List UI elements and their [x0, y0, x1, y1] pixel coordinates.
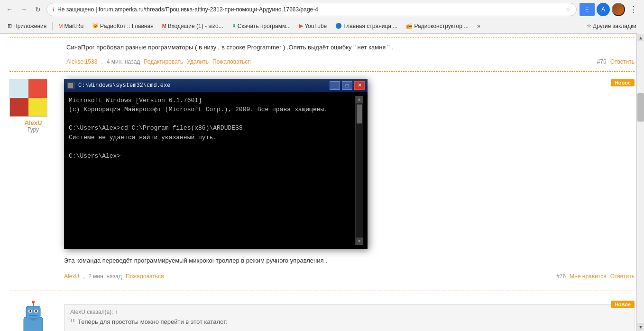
address-bar[interactable]: ℹ Не защищено | forum.amperka.ru/threads…	[46, 3, 577, 16]
download-icon: ⬇	[232, 23, 236, 29]
svg-point-6	[29, 310, 31, 312]
page-scrollbar[interactable]: ▲ ▼	[636, 34, 644, 331]
download-label: Скачать программ...	[238, 23, 291, 29]
cmd-title-bar: C:\Windows\system32\cmd.exe _ □ ✕	[64, 79, 368, 92]
post75-author[interactable]: Aleksei1533	[66, 58, 97, 65]
bookmark-radiokot[interactable]: 🐱 РадиоКот :: Главная	[88, 22, 157, 30]
cmd-scrollbar[interactable]: ▲ ▼	[355, 96, 363, 245]
post76-reply[interactable]: Ответить	[610, 273, 635, 280]
post75-delete[interactable]: Удалить	[187, 58, 209, 65]
cmd-icon-inner	[68, 83, 73, 88]
mail-icon: M	[58, 23, 63, 29]
page-content: СинаПрог пробовал разные программаторы (…	[0, 34, 644, 331]
mail-label: Mail.Ru	[64, 23, 83, 29]
avatar-name-76[interactable]: AlexU	[9, 119, 57, 126]
cmd-scroll-down-btn[interactable]: ▼	[356, 237, 363, 245]
cmd-controls: _ □ ✕	[330, 81, 365, 90]
color-block-4	[28, 98, 47, 116]
bookmarks-bar: ⊞ Приложения M Mail.Ru 🐱 РадиоКот :: Гла…	[0, 19, 644, 33]
svg-rect-1	[26, 306, 40, 318]
post-divider-76	[9, 291, 635, 291]
main-icon: 🔵	[335, 23, 342, 29]
post-divider-75	[9, 71, 635, 72]
profile-photo-button[interactable]	[612, 3, 625, 16]
others-label: Другие закладки	[593, 23, 636, 29]
bookmark-mail[interactable]: M Mail.Ru	[55, 22, 87, 30]
reload-button[interactable]: ↻	[32, 4, 44, 15]
radio-icon: 📻	[406, 23, 413, 29]
radiokot-label: РадиоКот :: Главная	[100, 23, 154, 29]
cmd-title-text: C:\Windows\system32\cmd.exe	[78, 82, 326, 89]
bookmark-youtube[interactable]: ▶ YouTube	[295, 22, 331, 30]
lock-icon: ℹ	[53, 7, 55, 13]
forum-page: СинаПрог пробовал разные программаторы (…	[0, 34, 644, 331]
post76-author-link[interactable]: AlexU	[64, 273, 79, 280]
radiokot-icon: 🐱	[92, 23, 99, 29]
scroll-up-btn[interactable]: ▲	[637, 34, 644, 41]
browser-nav-bar: ← → ↻ ℹ Не защищено | forum.amperka.ru/t…	[0, 0, 644, 19]
post75-number: #75	[597, 58, 607, 65]
bookmark-main[interactable]: 🔵 Главная страница ...	[331, 22, 401, 30]
post76-report[interactable]: Пожаловаться	[126, 273, 164, 280]
bookmark-others[interactable]: ☆ Другие закладки	[583, 22, 640, 30]
color-block-1	[10, 79, 28, 98]
post75-edit[interactable]: Редактировать	[144, 58, 183, 65]
bookmark-apps[interactable]: ⊞ Приложения	[4, 22, 50, 30]
cmd-line-2: (с) Корпорация Майкрософт (Microsoft Cor…	[69, 105, 355, 114]
post75-container: СинаПрог пробовал разные программаторы (…	[9, 38, 635, 69]
cmd-title-icon	[67, 82, 74, 89]
svg-point-7	[35, 310, 37, 312]
cmd-close-button[interactable]: ✕	[354, 81, 365, 90]
post75-reply[interactable]: Ответить	[610, 58, 635, 65]
cmd-line-5: C:\Users\Alex>	[69, 151, 355, 161]
svg-point-3	[32, 301, 35, 303]
post76-bottom-text: Эта команда переведёт программируемый ми…	[64, 254, 635, 268]
post76-meta: AlexU, 2 мин. назад Пожаловаться #76 Мне…	[64, 271, 635, 284]
profile-image	[613, 4, 624, 15]
bookmark-download[interactable]: ⬇ Скачать программ...	[228, 22, 294, 30]
bookmark-inbox[interactable]: M Входящие (1) - sizo...	[158, 22, 227, 30]
avatar-column-76: AlexU Гуру	[9, 79, 57, 284]
forward-button[interactable]: →	[18, 4, 29, 15]
avatar-77	[14, 301, 52, 331]
cmd-body: Microsoft Windows [Version 6.1.7601] (с)…	[64, 92, 368, 249]
browser-chrome: ← → ↻ ℹ Не защищено | forum.amperka.ru/t…	[0, 0, 644, 34]
post76-container: AlexU Гуру Новое C:\Windows\system32\cmd…	[9, 74, 635, 288]
extensions-button[interactable]: E	[580, 3, 595, 16]
youtube-label: YouTube	[304, 23, 327, 29]
scroll-thumb[interactable]	[637, 93, 644, 122]
post76-body: Новое C:\Windows\system32\cmd.exe _ □	[64, 79, 635, 284]
inbox-icon: M	[162, 23, 166, 29]
post76-new-badge: Новое	[611, 79, 635, 86]
inbox-label: Входящие (1) - sizo...	[168, 23, 223, 29]
avatar-76	[9, 79, 47, 117]
quote-block-77: AlexU сказал(а): ↑ " Теперь для простоты…	[64, 304, 635, 331]
profile-button[interactable]: A	[597, 3, 610, 16]
avatar-role-76: Гуру	[9, 126, 57, 133]
more-label: »	[477, 23, 480, 29]
bookmark-more[interactable]: »	[473, 22, 484, 30]
post75-report[interactable]: Пожаловаться	[212, 58, 251, 65]
quote-mark-77: "	[70, 317, 75, 331]
post76-time: 2 мин. назад	[88, 273, 122, 280]
cmd-scroll-thumb[interactable]	[357, 104, 362, 123]
cmd-line-blank-2	[69, 142, 355, 151]
star-icon[interactable]: ☆	[565, 6, 570, 13]
cmd-line-4: Системе не удается найти указанный путь.	[69, 133, 355, 142]
cmd-window[interactable]: C:\Windows\system32\cmd.exe _ □ ✕ Micros…	[64, 79, 368, 249]
cmd-minimize-button[interactable]: _	[330, 81, 340, 90]
post75-time: 4 мин. назад	[107, 58, 140, 65]
quote-text-77: Теперь для простоты можно перейти в этот…	[78, 318, 228, 325]
post76-like[interactable]: Мне нравится	[570, 273, 607, 280]
content-area: СинаПрог пробовал разные программаторы (…	[0, 34, 644, 331]
menu-button[interactable]: ⋮	[627, 3, 640, 16]
post75-meta: Aleksei1533, 4 мин. назад Редактировать …	[9, 57, 635, 69]
bookmark-radio[interactable]: 📻 Радиоконструктор ...	[402, 22, 472, 30]
cmd-scroll-up-btn[interactable]: ▲	[356, 96, 363, 104]
scroll-down-btn[interactable]: ▼	[637, 323, 644, 331]
back-button[interactable]: ←	[4, 4, 15, 15]
post75-text: СинаПрог пробовал разные программаторы (…	[9, 40, 635, 57]
cmd-text: Microsoft Windows [Version 6.1.7601] (с)…	[69, 96, 355, 245]
cmd-maximize-button[interactable]: □	[342, 81, 352, 90]
main-label: Главная страница ...	[343, 23, 397, 29]
